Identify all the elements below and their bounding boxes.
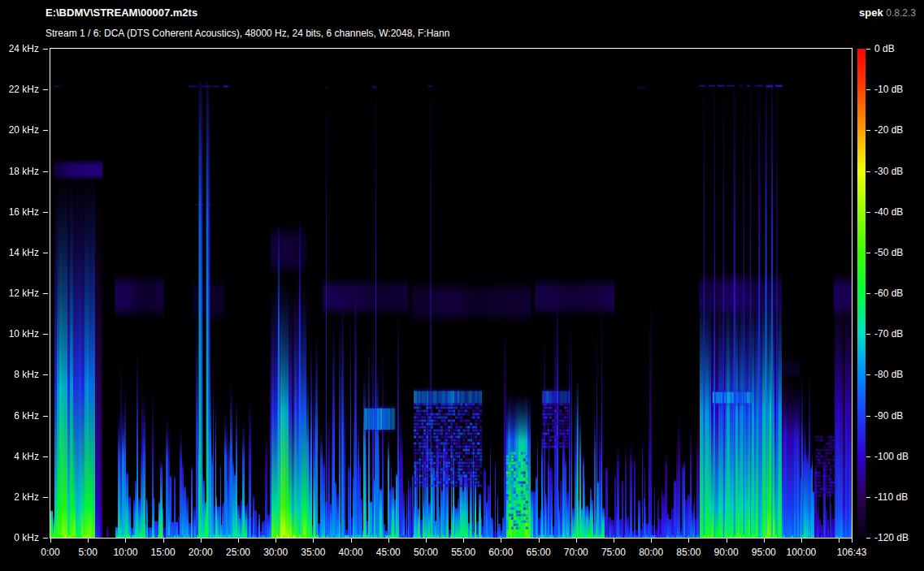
freq-tick-label: 24 kHz [0,43,39,54]
time-tick [801,539,802,543]
freq-tick-label: 2 kHz [0,491,39,503]
app-version: 0.8.2.3 [886,7,916,19]
freq-tick [43,374,48,375]
freq-tick [43,49,48,50]
time-tick [50,539,51,543]
db-tick-label: -90 dB [874,410,903,422]
db-tick-label: -10 dB [874,84,903,95]
time-tick [313,539,314,543]
db-tick-label: -70 dB [874,328,903,340]
db-tick [866,89,870,90]
time-tick-label: 100:00 [775,547,827,558]
app-name: spek [859,6,883,19]
db-tick-label: -120 dB [874,532,909,543]
time-tick [388,539,389,543]
freq-tick-label: 20 kHz [0,124,39,136]
db-tick-label: -60 dB [874,288,903,299]
freq-tick-label: 0 kHz [0,532,39,543]
freq-tick [43,171,48,172]
db-tick-label: -80 dB [874,369,903,380]
freq-tick-label: 10 kHz [0,328,39,340]
time-tick [88,539,89,543]
freq-tick-label: 6 kHz [0,410,39,422]
freq-tick-label: 18 kHz [0,166,39,177]
time-tick [688,539,689,543]
time-tick [614,539,614,543]
db-tick-label: 0 dB [874,43,895,54]
db-tick-label: -40 dB [874,206,903,218]
db-tick [866,416,870,417]
db-tick [866,130,870,131]
stream-info: Stream 1 / 6: DCA (DTS Coherent Acoustic… [46,28,449,39]
freq-tick [43,497,48,498]
time-tick [238,539,239,543]
db-tick [866,171,870,172]
freq-tick [43,293,48,294]
db-tick [866,538,870,539]
time-tick [727,539,727,543]
time-tick-label: 106:43 [826,547,878,558]
time-tick [539,539,540,543]
time-tick [275,539,276,543]
freq-tick-label: 12 kHz [0,288,39,299]
db-tick-label: -100 dB [874,451,909,462]
freq-tick-label: 14 kHz [0,247,39,258]
freq-tick [43,212,48,213]
freq-tick-label: 8 kHz [0,369,39,380]
freq-tick [43,130,48,131]
file-path-title: E:\BDMV\STREAM\00007.m2ts [46,6,197,19]
db-tick-label: -30 dB [874,166,903,177]
legend-color-bar [857,49,865,538]
freq-tick-label: 4 kHz [0,451,39,462]
time-tick [426,539,427,543]
db-tick [866,293,870,294]
time-tick [839,539,839,543]
time-tick [501,539,501,543]
db-tick-label: -20 dB [874,124,903,136]
db-tick [866,374,870,375]
freq-tick [43,89,48,90]
time-tick [576,539,577,543]
db-tick [866,49,870,50]
db-tick [866,334,870,335]
time-tick [463,539,464,543]
time-tick [764,539,765,543]
db-tick-label: -110 dB [874,491,908,503]
freq-tick [43,416,48,417]
time-tick [163,539,164,543]
db-tick [866,212,870,213]
freq-tick [43,538,48,539]
freq-tick [43,456,48,457]
time-tick [852,539,852,543]
time-tick [125,539,126,543]
app-title: spek 0.8.2.3 [859,6,916,19]
time-tick [201,539,202,543]
freq-tick-label: 16 kHz [0,206,39,218]
db-tick [866,497,870,498]
db-tick [866,253,870,253]
db-tick-label: -50 dB [874,247,903,258]
db-tick [866,456,870,457]
freq-tick [43,253,48,253]
time-tick [351,539,352,543]
spectrogram-canvas [50,49,852,538]
freq-tick-label: 22 kHz [0,84,39,95]
freq-tick [43,334,48,335]
time-tick [651,539,652,543]
